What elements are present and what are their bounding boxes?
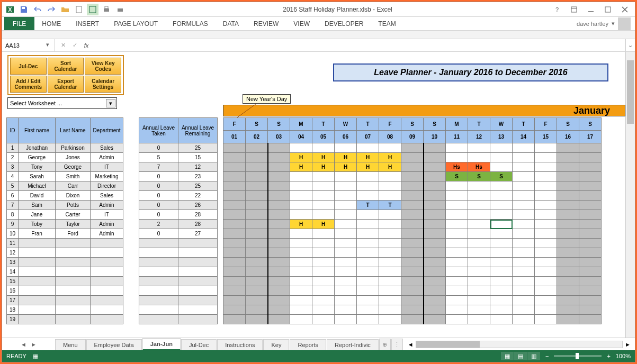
cal-cell[interactable] <box>468 191 490 201</box>
cal-cell[interactable] <box>557 210 579 220</box>
cal-cell[interactable] <box>357 239 379 248</box>
cal-cell[interactable] <box>513 239 535 248</box>
cal-cell[interactable] <box>223 248 246 258</box>
staff-row[interactable]: 17 <box>7 296 123 305</box>
cal-cell[interactable] <box>246 181 268 191</box>
staff-row[interactable]: 7SamPottsAdmin <box>7 201 123 210</box>
cal-cell[interactable] <box>579 210 602 220</box>
cal-cell[interactable] <box>535 277 557 286</box>
cal-cell[interactable] <box>513 286 535 296</box>
cal-cell[interactable] <box>268 267 290 277</box>
quickprint-icon[interactable] <box>114 4 126 15</box>
cal-cell[interactable] <box>379 181 401 191</box>
cal-cell[interactable] <box>535 315 557 324</box>
cal-cell[interactable] <box>513 305 535 315</box>
cal-cell[interactable] <box>290 296 312 305</box>
cal-cell[interactable] <box>446 239 468 248</box>
cal-row[interactable] <box>223 191 602 201</box>
cal-cell[interactable] <box>490 181 513 191</box>
sheet-tab[interactable]: Key <box>263 339 289 350</box>
staff-row[interactable]: 6DavidDixonSales <box>7 191 123 201</box>
cal-cell[interactable] <box>290 191 312 201</box>
cal-cell[interactable] <box>268 229 290 239</box>
cal-cell[interactable] <box>579 305 602 315</box>
cal-cell[interactable] <box>312 277 335 286</box>
cal-cell[interactable] <box>246 286 268 296</box>
staff-row[interactable]: 15 <box>7 277 123 286</box>
cal-cell[interactable]: T <box>379 201 401 210</box>
cal-cell[interactable] <box>535 181 557 191</box>
cal-cell[interactable] <box>357 143 379 153</box>
cal-cell[interactable] <box>490 248 513 258</box>
cal-cell[interactable] <box>335 248 357 258</box>
cal-cell[interactable] <box>312 315 335 324</box>
cal-cell[interactable] <box>268 191 290 201</box>
chevron-down-icon[interactable]: ▾ <box>106 99 115 107</box>
cal-cell[interactable] <box>246 305 268 315</box>
cal-cell[interactable] <box>446 267 468 277</box>
cal-cell[interactable] <box>223 220 246 229</box>
cal-cell[interactable] <box>513 248 535 258</box>
cal-row[interactable] <box>223 286 602 296</box>
cal-cell[interactable] <box>223 210 246 220</box>
cal-cell[interactable] <box>490 267 513 277</box>
save-icon[interactable] <box>18 4 30 15</box>
cal-cell[interactable] <box>335 239 357 248</box>
cal-cell[interactable] <box>579 229 602 239</box>
cal-cell[interactable] <box>579 220 602 229</box>
zoom-level[interactable]: 100% <box>616 353 631 359</box>
cal-cell[interactable] <box>268 181 290 191</box>
cal-cell[interactable]: S <box>490 172 513 181</box>
cal-row[interactable] <box>223 258 602 267</box>
cal-cell[interactable] <box>223 229 246 239</box>
cal-cell[interactable] <box>268 153 290 162</box>
cal-cell[interactable] <box>223 143 246 153</box>
cal-cell[interactable] <box>535 153 557 162</box>
leave-row[interactable] <box>139 258 218 267</box>
cal-cell[interactable] <box>357 277 379 286</box>
macro-icon[interactable]: ▦ <box>33 353 38 360</box>
cal-cell[interactable] <box>223 172 246 181</box>
ribbon-tab-formulas[interactable]: FORMULAS <box>165 17 216 30</box>
leave-row[interactable] <box>139 315 218 324</box>
cancel-icon[interactable]: ✕ <box>58 41 68 50</box>
cal-cell[interactable] <box>379 277 401 286</box>
cal-cell[interactable] <box>468 239 490 248</box>
leave-row[interactable]: 022 <box>139 191 218 201</box>
cal-cell[interactable] <box>379 258 401 267</box>
cal-cell[interactable]: Hs <box>446 162 468 172</box>
cal-cell[interactable] <box>357 191 379 201</box>
cal-row[interactable]: SSS <box>223 172 602 181</box>
cal-cell[interactable] <box>379 305 401 315</box>
staff-row[interactable]: 3TonyGeorgeIT <box>7 162 123 172</box>
cal-cell[interactable] <box>268 315 290 324</box>
cal-cell[interactable] <box>401 220 424 229</box>
cal-cell[interactable] <box>468 296 490 305</box>
cal-cell[interactable] <box>379 191 401 201</box>
name-box[interactable]: AA13 ▾ <box>2 39 55 51</box>
cal-row[interactable]: TT <box>223 201 602 210</box>
cal-cell[interactable] <box>401 191 424 201</box>
cal-cell[interactable] <box>290 143 312 153</box>
worksheet-select[interactable]: Select Worksheet ... ▾ <box>7 97 117 109</box>
cal-cell[interactable] <box>579 239 602 248</box>
cal-cell[interactable] <box>468 277 490 286</box>
cal-cell[interactable]: H <box>357 153 379 162</box>
cal-cell[interactable] <box>446 153 468 162</box>
cal-cell[interactable] <box>535 286 557 296</box>
leave-row[interactable]: 025 <box>139 143 218 153</box>
cal-cell[interactable] <box>290 305 312 315</box>
tab-separator-icon[interactable]: ⋮ <box>391 339 403 350</box>
cal-cell[interactable] <box>246 172 268 181</box>
cal-row[interactable] <box>223 267 602 277</box>
cal-row[interactable] <box>223 305 602 315</box>
cal-cell[interactable] <box>401 229 424 239</box>
cal-cell[interactable] <box>312 172 335 181</box>
leave-row[interactable] <box>139 286 218 296</box>
cal-cell[interactable] <box>424 239 446 248</box>
cal-cell[interactable] <box>401 296 424 305</box>
cal-cell[interactable] <box>513 191 535 201</box>
cal-cell[interactable] <box>513 172 535 181</box>
cal-cell[interactable] <box>424 229 446 239</box>
vertical-scrollbar[interactable] <box>625 52 635 338</box>
